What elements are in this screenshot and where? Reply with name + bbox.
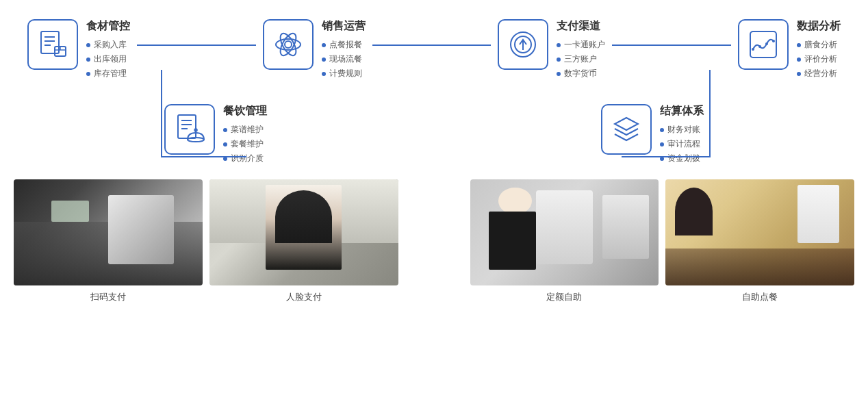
- fixed-self-photo: [470, 179, 659, 285]
- dot: [797, 58, 801, 62]
- v-line-left: [161, 70, 162, 157]
- catering-management-list: 菜谱维护 套餐维护 识别介质: [223, 124, 267, 164]
- data-analysis-info: 数据分析 膳食分析 评价分析: [797, 19, 841, 82]
- image-gap: [402, 179, 467, 303]
- main-container: 食材管控 采购入库 出库领用: [0, 0, 868, 395]
- node-catering-management: 餐饮管理 菜谱维护 套餐维护: [164, 104, 267, 167]
- sales-operation-icon: [263, 19, 314, 70]
- item-text: 识别介质: [231, 153, 264, 164]
- settlement-system-info: 结算体系 财务对账 审计流程: [660, 104, 704, 167]
- item-text: 膳食分析: [804, 39, 837, 51]
- dot: [322, 72, 326, 76]
- connector-1: [137, 44, 256, 46]
- item-text: 现场流餐: [329, 53, 362, 65]
- images-section: 扫码支付 人脸支付 定额自助: [0, 167, 868, 310]
- scan-pay-label: 扫码支付: [90, 291, 126, 303]
- svg-rect-19: [178, 115, 196, 138]
- dot: [557, 43, 561, 47]
- settlement-system-title: 结算体系: [660, 104, 704, 118]
- svg-point-23: [188, 138, 204, 142]
- item-text: 审计流程: [667, 138, 700, 150]
- dot: [797, 72, 801, 76]
- payment-channel-list: 一卡通账户 三方账户 数字货币: [557, 39, 605, 79]
- node-settlement-system: 结算体系 财务对账 审计流程: [601, 104, 704, 167]
- node-food-management: 食材管控 采购入库 出库领用: [27, 19, 130, 82]
- item-text: 库存管理: [94, 68, 127, 79]
- food-management-icon: [27, 19, 78, 70]
- image-item-face-pay: 人脸支付: [209, 179, 398, 303]
- catering-management-icon: [164, 104, 215, 155]
- diagram-wrapper: 食材管控 采购入库 出库领用: [27, 19, 841, 167]
- settlement-system-icon: [601, 104, 652, 155]
- dot: [86, 72, 90, 76]
- item-text: 财务对账: [667, 124, 700, 136]
- svg-rect-14: [750, 31, 776, 58]
- data-analysis-icon: [738, 19, 789, 70]
- h-line-bottom-right: [622, 156, 711, 157]
- sales-operation-list: 点餐报餐 现场流餐 计费规则: [322, 39, 366, 79]
- item-text: 一卡通账户: [564, 39, 605, 51]
- item-text: 评价分析: [804, 53, 837, 65]
- dot: [797, 43, 801, 47]
- dot: [660, 142, 664, 146]
- dot: [322, 43, 326, 47]
- dot: [223, 128, 227, 132]
- item-text: 资金划拨: [667, 153, 700, 164]
- sales-operation-info: 销售运营 点餐报餐 现场流餐: [322, 19, 366, 82]
- payment-channel-icon: [498, 19, 548, 70]
- dot: [86, 58, 90, 62]
- dot: [660, 128, 664, 132]
- payment-channel-title: 支付渠道: [557, 19, 605, 34]
- item-text: 出库领用: [94, 53, 127, 65]
- face-pay-photo: [209, 179, 398, 285]
- fixed-self-label: 定额自助: [546, 291, 582, 303]
- dot: [557, 72, 561, 76]
- svg-point-16: [758, 45, 761, 48]
- image-item-self-order: 自助点餐: [665, 179, 854, 303]
- item-text: 计费规则: [329, 68, 362, 79]
- image-item-fixed-self: 定额自助: [470, 179, 659, 303]
- connector-2: [372, 44, 492, 46]
- connector-3: [612, 44, 731, 46]
- face-pay-label: 人脸支付: [286, 291, 322, 303]
- node-data-analysis: 数据分析 膳食分析 评价分析: [738, 19, 841, 82]
- svg-point-15: [752, 48, 754, 51]
- image-item-scan-pay: 扫码支付: [14, 179, 203, 303]
- item-text: 数字货币: [564, 68, 597, 79]
- dot: [322, 58, 326, 62]
- bottom-row: 餐饮管理 菜谱维护 套餐维护: [27, 104, 841, 167]
- item-text: 套餐维护: [231, 138, 264, 150]
- data-analysis-title: 数据分析: [797, 19, 841, 34]
- catering-management-title: 餐饮管理: [223, 104, 267, 118]
- sales-operation-title: 销售运营: [322, 19, 366, 34]
- catering-management-info: 餐饮管理 菜谱维护 套餐维护: [223, 104, 267, 167]
- svg-point-17: [765, 42, 768, 45]
- v-line-right: [709, 70, 711, 157]
- top-section: 食材管控 采购入库 出库领用: [0, 0, 868, 167]
- item-text: 三方账户: [564, 53, 597, 65]
- node-payment-channel: 支付渠道 一卡通账户 三方账户: [498, 19, 605, 82]
- self-order-label: 自助点餐: [742, 291, 778, 303]
- scan-pay-photo: [14, 179, 203, 285]
- svg-point-7: [285, 41, 292, 48]
- top-row: 食材管控 采购入库 出库领用: [27, 19, 841, 82]
- food-management-title: 食材管控: [86, 19, 130, 34]
- dot: [557, 58, 561, 62]
- item-text: 经营分析: [804, 68, 837, 79]
- svg-point-18: [772, 40, 775, 42]
- dot: [223, 142, 227, 146]
- data-analysis-list: 膳食分析 评价分析 经营分析: [797, 39, 841, 79]
- item-text: 菜谱维护: [231, 124, 264, 136]
- food-management-list: 采购入库 出库领用 库存管理: [86, 39, 130, 79]
- item-text: 点餐报餐: [329, 39, 362, 51]
- settlement-system-list: 财务对账 审计流程 资金划拨: [660, 124, 704, 164]
- node-sales-operation: 销售运营 点餐报餐 现场流餐: [263, 19, 366, 82]
- payment-channel-info: 支付渠道 一卡通账户 三方账户: [557, 19, 605, 82]
- food-management-info: 食材管控 采购入库 出库领用: [86, 19, 130, 82]
- self-order-photo: [665, 179, 854, 285]
- dot: [86, 43, 90, 47]
- h-line-bottom-left: [161, 156, 246, 157]
- item-text: 采购入库: [94, 39, 127, 51]
